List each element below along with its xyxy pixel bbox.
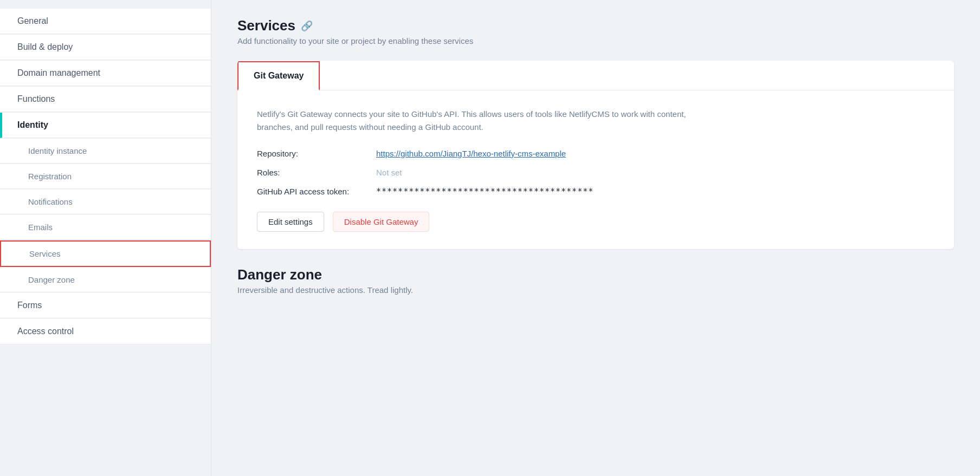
roles-field-row: Roles: Not set — [257, 168, 934, 177]
danger-zone-title: Danger zone — [237, 266, 954, 283]
sidebar-item-identity-instance[interactable]: Identity instance — [0, 139, 211, 164]
sidebar-item-label: Services — [29, 249, 61, 258]
tab-git-gateway[interactable]: Git Gateway — [237, 61, 320, 90]
page-title: Services — [237, 17, 295, 34]
sidebar-item-label: Notifications — [28, 197, 73, 206]
card-actions: Edit settings Disable Git Gateway — [257, 212, 934, 232]
link-icon[interactable]: 🔗 — [301, 20, 313, 32]
edit-settings-button[interactable]: Edit settings — [257, 212, 324, 232]
sidebar-item-label: Access control — [17, 327, 74, 336]
disable-git-gateway-button[interactable]: Disable Git Gateway — [333, 212, 430, 232]
danger-zone-section: Danger zone Irreversible and destructive… — [237, 266, 954, 295]
main-content: Services 🔗 Add functionality to your sit… — [211, 0, 980, 476]
sidebar-item-build-deploy[interactable]: Build & deploy — [0, 35, 211, 60]
token-label: GitHub API access token: — [257, 187, 376, 196]
sidebar-item-emails[interactable]: Emails — [0, 215, 211, 240]
repository-value[interactable]: https://github.com/JiangTJ/hexo-netlify-… — [376, 149, 566, 158]
sidebar-item-label: General — [17, 16, 48, 26]
sidebar-item-domain-management[interactable]: Domain management — [0, 61, 211, 86]
sidebar-item-general[interactable]: General — [0, 9, 211, 34]
page-title-row: Services 🔗 — [237, 17, 954, 34]
sidebar-item-danger-zone[interactable]: Danger zone — [0, 268, 211, 292]
danger-zone-subtitle: Irreversible and destructive actions. Tr… — [237, 285, 954, 295]
page-subtitle: Add functionality to your site or projec… — [237, 36, 954, 45]
sidebar-item-label: Functions — [17, 94, 55, 104]
sidebar-item-label: Identity — [17, 120, 48, 130]
sidebar: General Build & deploy Domain management… — [0, 0, 211, 476]
sidebar-item-services[interactable]: Services — [0, 240, 211, 267]
sidebar-item-identity[interactable]: Identity — [0, 113, 211, 138]
sidebar-item-label: Emails — [28, 223, 53, 232]
git-gateway-card: Git Gateway Netlify's Git Gateway connec… — [237, 61, 954, 249]
card-body: Netlify's Git Gateway connects your site… — [237, 90, 954, 249]
token-value: **************************************** — [376, 187, 594, 197]
repository-field-row: Repository: https://github.com/JiangTJ/h… — [257, 149, 934, 158]
sidebar-item-label: Danger zone — [28, 275, 75, 284]
sidebar-item-forms[interactable]: Forms — [0, 293, 211, 318]
sidebar-item-functions[interactable]: Functions — [0, 87, 211, 112]
repository-label: Repository: — [257, 149, 376, 158]
sidebar-item-label: Registration — [28, 172, 72, 181]
token-field-row: GitHub API access token: ***************… — [257, 187, 934, 197]
sidebar-item-label: Domain management — [17, 68, 100, 78]
card-tab-bar: Git Gateway — [237, 61, 954, 90]
git-gateway-description: Netlify's Git Gateway connects your site… — [257, 108, 701, 134]
sidebar-item-label: Identity instance — [28, 146, 87, 155]
sidebar-item-label: Forms — [17, 301, 42, 310]
sidebar-item-label: Build & deploy — [17, 42, 73, 52]
roles-value: Not set — [376, 168, 402, 177]
sidebar-item-access-control[interactable]: Access control — [0, 319, 211, 344]
sidebar-item-registration[interactable]: Registration — [0, 164, 211, 189]
sidebar-item-notifications[interactable]: Notifications — [0, 190, 211, 214]
roles-label: Roles: — [257, 168, 376, 177]
